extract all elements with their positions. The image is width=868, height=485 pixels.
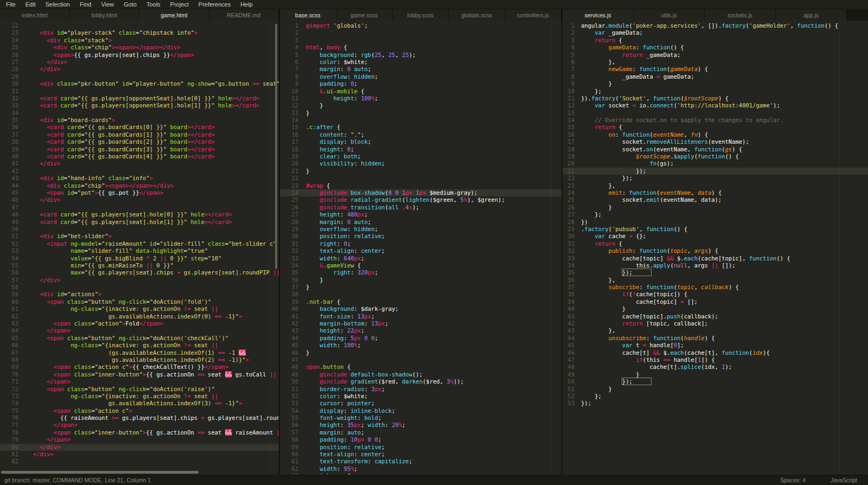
code-line[interactable]: 71 </span> [0,378,279,385]
code-line[interactable]: 55 font-weight: bold; [280,414,561,422]
code-line[interactable]: 45 width: 100%; [280,342,561,349]
code-line[interactable]: 13} [280,110,561,117]
code-line[interactable]: 25 @include radial-gradient(lighten($gre… [280,196,561,203]
status-spaces[interactable]: Spaces: 4 [780,477,806,483]
code-line[interactable]: 1angular.module('poker-app.services', []… [563,22,868,29]
code-line[interactable]: 39 <card card="{{ gs.boardCards[3] }}" b… [0,146,279,153]
code-line[interactable]: 40 <card card="{{ gs.boardCards[4] }}" b… [0,153,279,160]
code-line[interactable]: 5 return _gameData; [563,52,868,59]
code-line[interactable]: 38 if(!cache[topic]) { [563,291,868,298]
code-line[interactable]: 9 padding: 0; [280,80,561,87]
code-line[interactable]: 26 } [563,204,868,211]
tab-app.js[interactable]: app.js [776,9,847,21]
code-line[interactable]: 66 ng-class="{inactive: gs.actionOn != s… [0,342,279,349]
code-line[interactable]: 39.not-bar { [280,298,561,305]
code-line[interactable]: 52 <input ng-model="raiseAmount" id="sli… [0,240,279,247]
code-line[interactable]: 34 [0,110,279,117]
code-line[interactable]: 80 </div> [0,444,279,451]
code-line[interactable]: 6 }, [563,59,868,66]
code-line[interactable]: 38 [280,291,561,298]
menu-item-find[interactable]: Find [75,1,96,8]
code-line[interactable]: 42 margin-bottom: 13px; [280,320,561,327]
code-line[interactable]: 31 right: 0; [280,240,561,247]
code-line[interactable]: 1@import 'globals'; [280,22,561,29]
code-line[interactable]: 35 <div id="board-cards"> [0,117,279,124]
code-line[interactable]: 61 ng-class="{inactive: gs.actionOn != s… [0,305,279,312]
menu-item-selection[interactable]: Selection [41,1,75,8]
code-line[interactable]: 23#wrap { [280,182,561,189]
code-line[interactable]: 51 <div id="bet-slider"> [0,233,279,240]
code-line[interactable]: 24 emit: function(eventName, data) { [563,189,868,196]
code-line[interactable]: 34 &.gameView { [280,262,561,269]
menu-item-view[interactable]: View [96,1,119,8]
code-line[interactable]: 28 margin: 0 auto; [280,219,561,226]
code-line[interactable]: 27 </div> [0,59,279,66]
code-line[interactable]: 4 gameData: function() { [563,44,868,51]
code-line[interactable]: 42 [0,168,279,175]
code-line[interactable]: 16 on: function(eventName, fn) { [563,131,868,138]
code-line[interactable]: 14 // Override socket.on to $apply the c… [563,117,868,124]
tab-lobby.html[interactable]: lobby.html [70,9,140,21]
code-line[interactable]: 41 font-size: 13px; [280,313,561,320]
code-line[interactable]: 26 <span>{{ gs.players[seat].chips }}</s… [0,52,279,59]
code-line[interactable]: 30 var cache = {}; [563,233,868,240]
code-line[interactable]: 11}).factory('Socket', function($rootSco… [563,95,868,102]
tab-controllers.js[interactable]: controllers.js [505,9,561,21]
code-line[interactable]: 40 } [563,305,868,312]
code-line[interactable]: 11 height: 100%; [280,95,561,102]
code-line[interactable]: 29 overflow: hidden; [280,226,561,233]
code-line[interactable]: 17 socket.removeAllListeners(eventName); [563,138,868,145]
code-line[interactable]: 38 <card card="{{ gs.boardCards[2] }}" b… [0,138,279,145]
code-line[interactable]: 20 visibility: hidden; [280,160,561,167]
code-line[interactable]: 48span.button { [280,363,561,371]
code-line[interactable]: 63 &:hover { [280,473,561,475]
code-line[interactable]: 33 <card card="{{ gs.players[opponentSea… [0,102,279,109]
code-line[interactable]: 2 [280,29,561,36]
code-line[interactable]: 74 gs.availableActions.indexOf(3) == -1}… [0,400,279,407]
code-line[interactable]: 31 [0,88,279,95]
code-line[interactable]: 78 <span class="inner-button">{{ gs.acti… [0,429,279,436]
code-line[interactable]: 44 padding: 5px 0 0; [280,335,561,342]
code-line[interactable]: 36 <card card="{{ gs.boardCards[0] }}" b… [0,124,279,131]
code-line[interactable]: 56 height: 35px; width: 20%; [280,422,561,429]
code-line[interactable]: 51 border-radius: 3px; [280,386,561,393]
code-line[interactable]: 52 color: $white; [280,393,561,400]
code-line[interactable]: 29 [0,73,279,80]
code-line[interactable]: 23 }, [563,182,868,189]
code-line[interactable]: 3 return { [563,37,868,44]
code-line[interactable]: 55 min="{{ gs.minRaiseTo || 0 }}" [0,262,279,269]
code-line[interactable]: 49 } [563,371,868,378]
code-line[interactable]: 45 var t = handle[0]; [563,342,868,349]
code-line[interactable]: 65 <span class="button" ng-click="doActi… [0,335,279,342]
code-line[interactable]: 17 display: block; [280,138,561,145]
code-line[interactable]: 67 (gs.availableActions.indexOf(1) == -1… [0,349,279,356]
code-line[interactable]: 58 padding: 10px 0 0; [280,436,561,443]
tab-services.js[interactable]: services.js [563,9,634,21]
code-line[interactable]: 18 socket.on(eventName, function(gs) { [563,146,868,153]
code-line[interactable]: 60 text-align: center; [280,451,561,458]
code-line[interactable]: 27 }; [563,211,868,218]
code-line[interactable]: 48 cache[t].splice(idx, 1); [563,363,868,371]
code-line[interactable]: 7 margin: 0 auto; [280,66,561,73]
code-line[interactable]: 21} [280,168,561,175]
code-line[interactable]: 6 color: $white; [280,59,561,66]
code-line[interactable]: 49 <card card="{{ gs.players[seat].hole[… [0,219,279,226]
code-line[interactable]: 43 <div id="hand-info" class="info"> [0,175,279,182]
code-line[interactable]: 54 display: inline-block; [280,407,561,414]
code-line[interactable]: 56 max="{{ gs.players[seat].chips + gs.p… [0,269,279,276]
code-line[interactable]: 8 _gameData = gameData; [563,73,868,80]
code-line[interactable]: 62 gs.availableActions.indexOf(0) == -1}… [0,313,279,320]
code-line[interactable]: 32 text-align: center; [280,247,561,254]
code-line[interactable]: 60 <span class="button" ng-click="doActi… [0,298,279,305]
code-line[interactable]: 44 <div class="chip"><span></span></div> [0,182,279,189]
code-line[interactable]: 54 value="{{ gs.bigBlind * 2 || 0 }}" st… [0,255,279,262]
tab-utils.js[interactable]: utils.js [634,9,705,21]
code-line[interactable]: 57 </div> [0,277,279,284]
code-line[interactable]: 47 if(this == handle[1]) { [563,356,868,363]
code-line[interactable]: 47 [0,204,279,211]
code-line[interactable]: 53 name="slider-fill" data-highlight="tr… [0,247,279,254]
code-line[interactable]: 2 var _gameData; [563,29,868,36]
code-line[interactable]: 25 socket.emit(eventName, data); [563,196,868,203]
code-line[interactable]: 23 <div id="player-stack" class="chipsta… [0,29,279,36]
menu-item-project[interactable]: Project [165,1,194,8]
